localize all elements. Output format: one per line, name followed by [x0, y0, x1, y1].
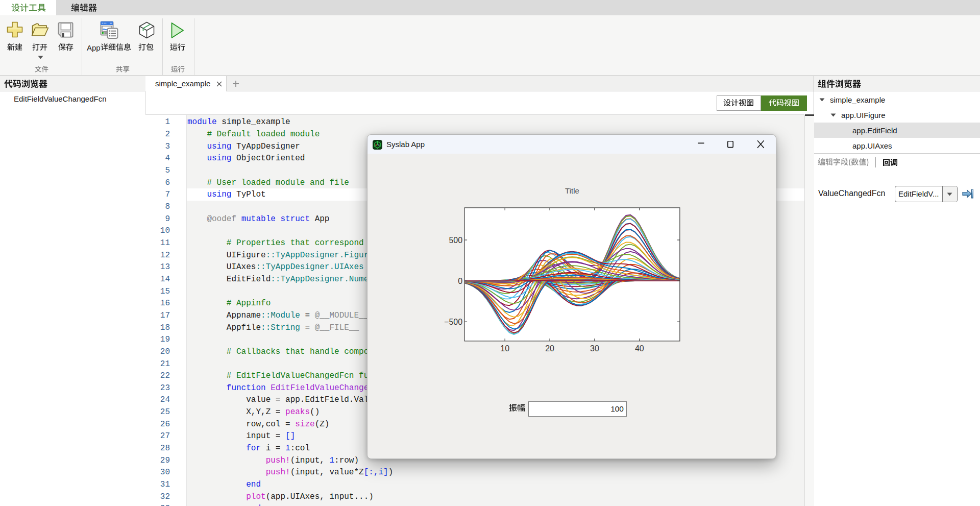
svg-text:Title: Title: [565, 186, 579, 195]
svg-text:40: 40: [635, 344, 644, 352]
svg-text:500: 500: [449, 236, 462, 245]
svg-text:−500: −500: [444, 318, 462, 326]
svg-text:20: 20: [545, 344, 554, 352]
svg-text:30: 30: [590, 344, 599, 352]
svg-text:10: 10: [500, 344, 509, 352]
svg-text:0: 0: [458, 277, 462, 285]
